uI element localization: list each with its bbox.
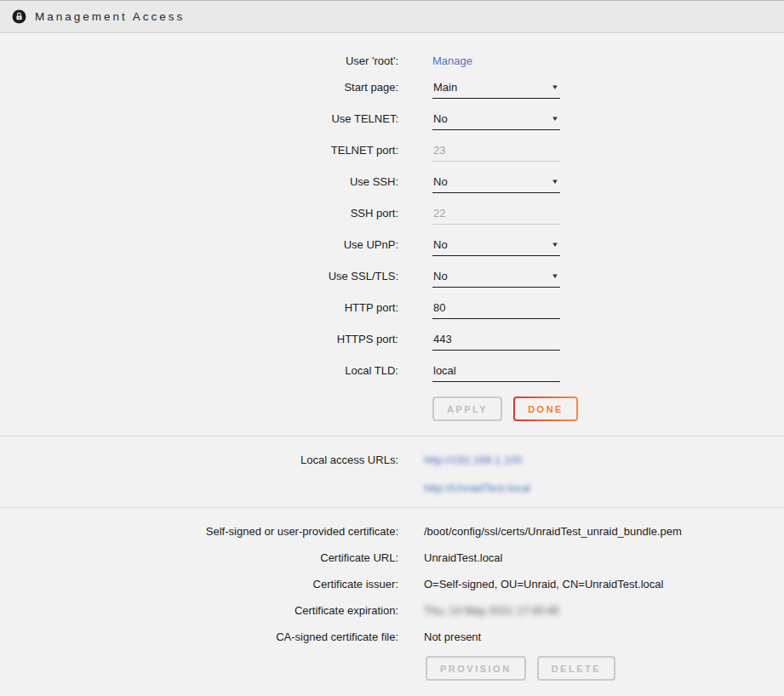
ca-file-label: CA-signed certificate file: [0,628,398,643]
use-ssl-select[interactable]: No ▼ [432,267,560,288]
row-https-port: HTTPS port: [0,330,784,351]
start-page-select[interactable]: Main ▼ [432,78,560,99]
row-telnet-port: TELNET port: [0,141,784,162]
http-port-label: HTTP port: [0,299,398,314]
local-access-section: Local access URLs: http://192.168.1.100 … [0,436,784,494]
row-ssh-port: SSH port: [0,204,784,225]
ca-file-value: Not present [424,628,481,643]
chevron-down-icon: ▼ [551,115,559,123]
use-upnp-value: No [433,238,448,251]
start-page-value: Main [433,81,457,94]
self-signed-cert-value: /boot/config/ssl/certs/UnraidTest_unraid… [424,522,682,538]
apply-button[interactable]: APPLY [432,396,502,421]
row-self-signed-cert: Self-signed or user-provided certificate… [0,522,784,538]
row-use-ssl: Use SSL/TLS: No ▼ [0,267,784,288]
use-ssl-label: Use SSL/TLS: [0,267,398,282]
chevron-down-icon: ▼ [551,272,559,280]
local-access-label: Local access URLs: [0,451,398,466]
self-signed-cert-label: Self-signed or user-provided certificate… [0,522,398,538]
row-use-ssh: Use SSH: No ▼ [0,173,784,193]
http-port-input[interactable] [432,299,560,319]
use-telnet-select[interactable]: No ▼ [432,110,560,130]
row-http-port: HTTP port: [0,299,784,319]
provision-button[interactable]: PROVISION [426,656,526,681]
form-buttons: APPLY DONE [432,396,784,421]
use-telnet-value: No [433,112,448,125]
start-page-label: Start page: [0,78,398,94]
row-ca-file: CA-signed certificate file: Not present [0,628,784,643]
certificate-url-value: UnraidTest.local [424,549,503,564]
certificate-buttons: PROVISION DELETE [426,656,784,681]
chevron-down-icon: ▼ [551,178,559,185]
certificate-issuer-label: Certificate issuer: [0,575,398,590]
use-upnp-select[interactable]: No ▼ [432,236,560,256]
page-header: Management Access [0,0,784,33]
https-port-label: HTTPS port: [0,330,398,345]
telnet-port-input [432,141,560,162]
use-telnet-label: Use TELNET: [0,110,398,125]
use-ssh-select[interactable]: No ▼ [432,173,560,193]
local-tld-label: Local TLD: [0,362,398,377]
lock-icon [12,9,26,24]
ssh-port-label: SSH port: [0,204,398,220]
certificate-section: Self-signed or user-provided certificate… [0,508,784,681]
certificate-issuer-value: O=Self-signed, OU=Unraid, CN=UnraidTest.… [424,575,663,590]
done-button[interactable]: DONE [513,396,578,421]
row-use-telnet: Use TELNET: No ▼ [0,110,784,130]
user-root-label: User 'root': [0,52,398,67]
https-port-input[interactable] [432,330,560,351]
use-upnp-label: Use UPnP: [0,236,398,251]
use-ssh-value: No [433,175,448,188]
telnet-port-label: TELNET port: [0,141,398,157]
certificate-expiration-value: Thu, 13 May 2021 17:30:45 [424,602,559,617]
row-start-page: Start page: Main ▼ [0,78,784,99]
management-access-form: User 'root': Manage Start page: Main ▼ U… [0,33,784,421]
certificate-url-label: Certificate URL: [0,549,398,564]
use-ssl-value: No [433,270,448,282]
certificate-expiration-label: Certificate expiration: [0,602,398,617]
delete-button[interactable]: DELETE [537,656,615,681]
row-user-root: User 'root': Manage [0,52,784,67]
row-certificate-url: Certificate URL: UnraidTest.local [0,549,784,564]
use-ssh-label: Use SSH: [0,173,398,188]
row-use-upnp: Use UPnP: No ▼ [0,236,784,256]
row-certificate-expiration: Certificate expiration: Thu, 13 May 2021… [0,602,784,617]
chevron-down-icon: ▼ [551,83,559,91]
row-local-tld: Local TLD: [0,362,784,382]
page-title: Management Access [35,10,185,23]
local-tld-input[interactable] [432,362,560,382]
row-local-url-2: http://UnraidTest.local [0,479,784,494]
row-certificate-issuer: Certificate issuer: O=Self-signed, OU=Un… [0,575,784,590]
row-local-url-1: Local access URLs: http://192.168.1.100 [0,451,784,466]
chevron-down-icon: ▼ [551,241,559,248]
local-url-link[interactable]: http://192.168.1.100 [424,454,523,466]
local-url-link[interactable]: http://UnraidTest.local [424,482,530,494]
manage-root-link[interactable]: Manage [432,54,472,67]
ssh-port-input [432,204,560,225]
